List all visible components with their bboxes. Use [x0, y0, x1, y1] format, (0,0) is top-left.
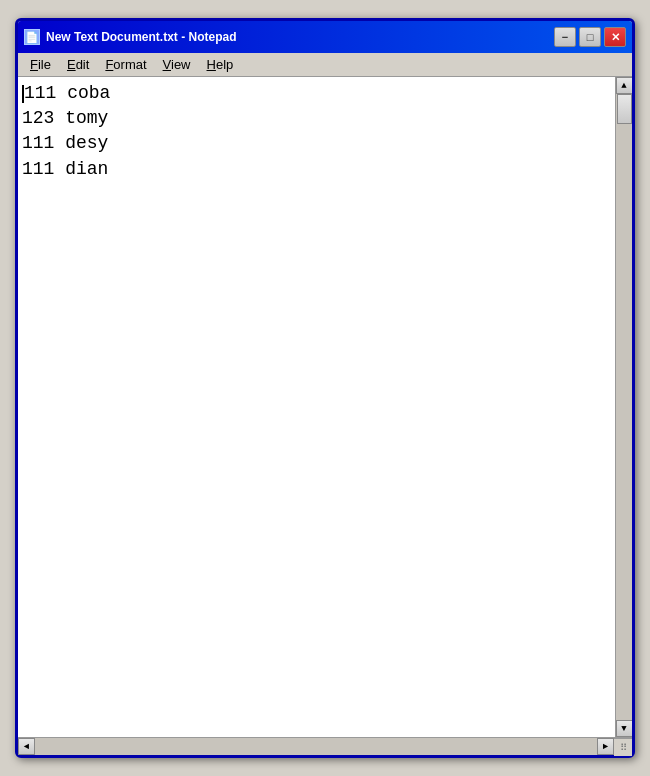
resize-grip[interactable]: ⠿ [614, 738, 632, 756]
scroll-track-vertical[interactable] [616, 94, 632, 720]
menu-format-rest: ormat [113, 57, 146, 72]
menu-file-underline: F [30, 57, 38, 72]
scroll-right-button[interactable]: ► [597, 738, 614, 755]
notepad-window: 📄 New Text Document.txt - Notepad − □ ✕ … [15, 18, 635, 758]
scroll-up-button[interactable]: ▲ [616, 77, 633, 94]
app-icon: 📄 [24, 29, 40, 45]
menu-help-underline: H [207, 57, 216, 72]
title-bar: 📄 New Text Document.txt - Notepad − □ ✕ [18, 21, 632, 53]
content-area: 111 coba 123 tomy 111 desy 111 dian ▲ ▼ [18, 77, 632, 737]
menu-edit-underline: E [67, 57, 76, 72]
scroll-down-button[interactable]: ▼ [616, 720, 633, 737]
menu-bar: File Edit Format View Help [18, 53, 632, 77]
text-cursor [22, 85, 24, 103]
scroll-track-horizontal[interactable] [35, 738, 597, 755]
window-controls: − □ ✕ [554, 27, 626, 47]
menu-view[interactable]: View [155, 55, 199, 74]
menu-edit[interactable]: Edit [59, 55, 97, 74]
menu-file-rest: ile [38, 57, 51, 72]
menu-view-rest: iew [171, 57, 191, 72]
close-button[interactable]: ✕ [604, 27, 626, 47]
menu-view-underline: V [163, 57, 171, 72]
menu-help[interactable]: Help [199, 55, 242, 74]
text-editor[interactable]: 111 coba 123 tomy 111 desy 111 dian [18, 77, 615, 737]
minimize-button[interactable]: − [554, 27, 576, 47]
bottom-bar: ◄ ► ⠿ [18, 737, 632, 755]
menu-edit-rest: dit [76, 57, 90, 72]
menu-file[interactable]: File [22, 55, 59, 74]
scroll-thumb-vertical[interactable] [617, 94, 632, 124]
window-title: New Text Document.txt - Notepad [46, 30, 236, 44]
scrollbar-vertical: ▲ ▼ [615, 77, 632, 737]
menu-format[interactable]: Format [97, 55, 154, 74]
title-bar-left: 📄 New Text Document.txt - Notepad [24, 29, 236, 45]
menu-help-rest: elp [216, 57, 233, 72]
scroll-left-button[interactable]: ◄ [18, 738, 35, 755]
maximize-button[interactable]: □ [579, 27, 601, 47]
resize-grip-icon: ⠿ [620, 742, 627, 754]
